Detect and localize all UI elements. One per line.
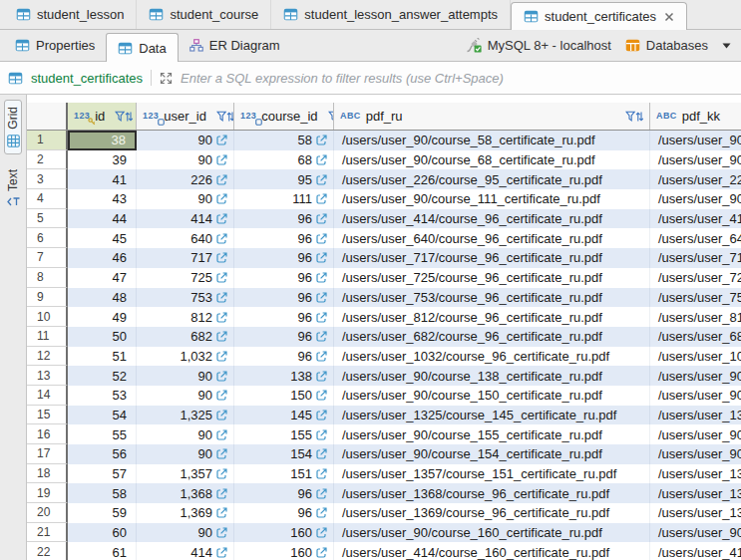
- cell-id[interactable]: 49: [68, 307, 137, 327]
- cell-pdf-kk[interactable]: /users/user_72: [650, 268, 741, 288]
- filter-sort-icon[interactable]: [216, 111, 234, 123]
- cell-pdf-ru[interactable]: /users/user_1032/course_96_certificate_r…: [334, 347, 650, 367]
- row-number[interactable]: 4: [27, 189, 68, 209]
- databases-selector[interactable]: Databases: [625, 38, 708, 53]
- follow-reference-icon[interactable]: [316, 527, 327, 538]
- cell-user-id[interactable]: 1,368: [137, 483, 234, 503]
- row-number[interactable]: 18: [27, 464, 68, 484]
- cell-course-id[interactable]: 96: [234, 327, 334, 347]
- follow-reference-icon[interactable]: [316, 547, 327, 558]
- cell-pdf-kk[interactable]: /users/user_64: [650, 228, 741, 248]
- cell-course-id[interactable]: 160: [234, 542, 334, 560]
- row-number[interactable]: 6: [27, 228, 68, 248]
- cell-pdf-ru[interactable]: /users/user_1357/course_151_certificate_…: [334, 464, 650, 484]
- cell-pdf-ru[interactable]: /users/user_90/course_154_certificate_ru…: [334, 444, 650, 464]
- cell-id[interactable]: 41: [68, 169, 137, 189]
- follow-reference-icon[interactable]: [316, 468, 327, 479]
- view-tab[interactable]: Data: [106, 33, 178, 62]
- follow-reference-icon[interactable]: [316, 213, 327, 224]
- cell-course-id[interactable]: 154: [234, 444, 334, 464]
- cell-user-id[interactable]: 640: [137, 228, 234, 248]
- follow-reference-icon[interactable]: [316, 507, 327, 518]
- editor-tab[interactable]: student_course: [137, 0, 271, 29]
- cell-course-id[interactable]: 96: [234, 209, 334, 229]
- cell-id[interactable]: 45: [68, 228, 137, 248]
- follow-reference-icon[interactable]: [216, 312, 227, 323]
- cell-id[interactable]: 39: [68, 150, 137, 170]
- cell-user-id[interactable]: 90: [137, 150, 234, 170]
- follow-reference-icon[interactable]: [216, 448, 227, 459]
- filter-sort-icon[interactable]: [115, 111, 133, 123]
- cell-pdf-ru[interactable]: /users/user_717/course_96_certificate_ru…: [334, 248, 650, 268]
- row-number[interactable]: 20: [27, 503, 68, 523]
- cell-user-id[interactable]: 717: [137, 248, 234, 268]
- follow-reference-icon[interactable]: [216, 331, 227, 342]
- row-number[interactable]: 17: [27, 444, 68, 464]
- cell-pdf-kk[interactable]: /users/user_13: [650, 503, 741, 523]
- cell-pdf-ru[interactable]: /users/user_682/course_96_certificate_ru…: [334, 327, 650, 347]
- cell-pdf-ru[interactable]: /users/user_640/course_96_certificate_ru…: [334, 228, 650, 248]
- cell-user-id[interactable]: 90: [137, 523, 234, 543]
- cell-course-id[interactable]: 96: [234, 248, 334, 268]
- cell-pdf-kk[interactable]: /users/user_90: [650, 523, 741, 543]
- cell-id[interactable]: 50: [68, 327, 137, 347]
- row-number[interactable]: 13: [27, 366, 68, 386]
- side-tab[interactable]: Text: [4, 162, 22, 214]
- follow-reference-icon[interactable]: [216, 174, 227, 185]
- row-number[interactable]: 22: [27, 542, 68, 560]
- cell-id[interactable]: 60: [68, 523, 137, 543]
- side-tab[interactable]: Grid: [4, 100, 22, 154]
- follow-reference-icon[interactable]: [316, 488, 327, 499]
- cell-pdf-ru[interactable]: /users/user_90/course_58_certificate_ru.…: [334, 131, 650, 150]
- cell-pdf-kk[interactable]: /users/user_90: [650, 150, 741, 170]
- cell-pdf-kk[interactable]: /users/user_90: [650, 189, 741, 209]
- cell-user-id[interactable]: 812: [137, 307, 234, 327]
- follow-reference-icon[interactable]: [216, 233, 227, 244]
- follow-reference-icon[interactable]: [216, 213, 227, 224]
- cell-pdf-ru[interactable]: /users/user_90/course_155_certificate_ru…: [334, 424, 650, 444]
- follow-reference-icon[interactable]: [316, 351, 327, 362]
- follow-reference-icon[interactable]: [216, 193, 227, 204]
- follow-reference-icon[interactable]: [316, 233, 327, 244]
- cell-pdf-kk[interactable]: /users/user_90: [650, 131, 741, 150]
- cell-id[interactable]: 59: [68, 503, 137, 523]
- cell-id[interactable]: 44: [68, 209, 137, 229]
- cell-pdf-ru[interactable]: /users/user_812/course_96_certificate_ru…: [334, 307, 650, 327]
- row-number[interactable]: 7: [27, 248, 68, 268]
- cell-user-id[interactable]: 1,325: [137, 406, 234, 425]
- cell-pdf-ru[interactable]: /users/user_90/course_68_certificate_ru.…: [334, 150, 650, 170]
- cell-user-id[interactable]: 414: [137, 542, 234, 560]
- follow-reference-icon[interactable]: [216, 292, 227, 303]
- follow-reference-icon[interactable]: [216, 507, 227, 518]
- cell-pdf-kk[interactable]: /users/user_90: [650, 366, 741, 386]
- cell-pdf-ru[interactable]: /users/user_414/course_96_certificate_ru…: [334, 209, 650, 229]
- cell-course-id[interactable]: 145: [234, 406, 334, 425]
- follow-reference-icon[interactable]: [316, 429, 327, 440]
- cell-pdf-kk[interactable]: /users/user_13: [650, 406, 741, 425]
- follow-reference-icon[interactable]: [216, 371, 227, 382]
- row-number[interactable]: 9: [27, 288, 68, 308]
- cell-pdf-kk[interactable]: /users/user_41: [650, 542, 741, 560]
- cell-pdf-ru[interactable]: /users/user_226/course_95_certificate_ru…: [334, 169, 650, 189]
- row-number[interactable]: 10: [27, 307, 68, 327]
- editor-tab[interactable]: student_lesson: [4, 0, 137, 29]
- column-header[interactable]: ABC pdf_ru: [334, 103, 650, 130]
- cell-course-id[interactable]: 151: [234, 464, 334, 484]
- follow-reference-icon[interactable]: [316, 252, 327, 263]
- cell-id[interactable]: 48: [68, 288, 137, 308]
- cell-user-id[interactable]: 753: [137, 288, 234, 308]
- follow-reference-icon[interactable]: [316, 193, 327, 204]
- editor-tab[interactable]: student_lesson_answer_attempts: [271, 0, 511, 29]
- cell-id[interactable]: 58: [68, 483, 137, 503]
- column-header[interactable]: ABC pdf_kk: [650, 103, 741, 130]
- cell-pdf-kk[interactable]: /users/user_10: [650, 347, 741, 367]
- cell-user-id[interactable]: 90: [137, 444, 234, 464]
- cell-pdf-ru[interactable]: /users/user_414/course_160_certificate_r…: [334, 542, 650, 560]
- cell-user-id[interactable]: 90: [137, 386, 234, 406]
- cell-pdf-ru[interactable]: /users/user_1369/course_96_certificate_r…: [334, 503, 650, 523]
- cell-id[interactable]: 56: [68, 444, 137, 464]
- follow-reference-icon[interactable]: [216, 488, 227, 499]
- cell-id[interactable]: 38: [68, 131, 137, 150]
- follow-reference-icon[interactable]: [316, 154, 327, 165]
- cell-course-id[interactable]: 96: [234, 307, 334, 327]
